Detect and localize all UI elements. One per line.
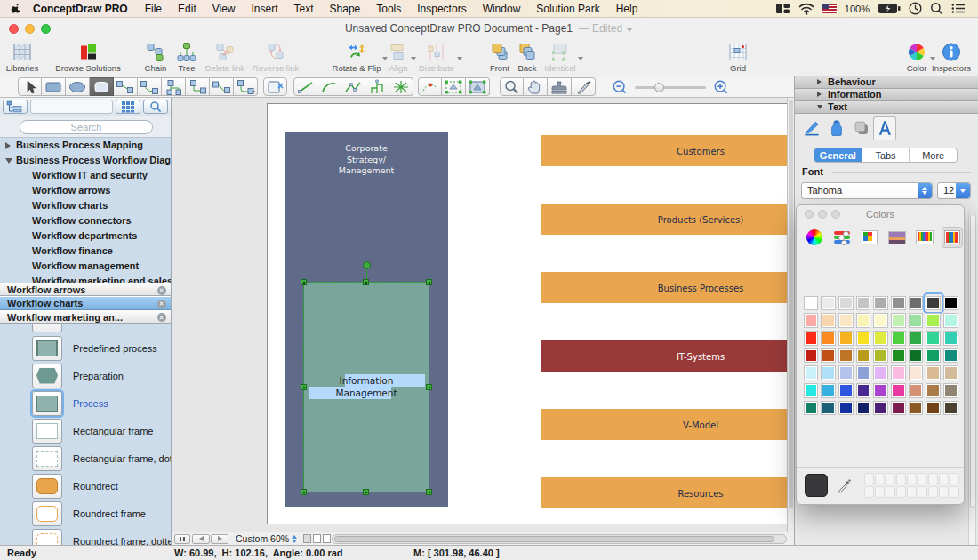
tree-item[interactable]: Workflow arrows [0, 183, 171, 198]
tree-view-button[interactable] [3, 100, 28, 114]
color-swatch[interactable] [837, 329, 854, 347]
color-swatch[interactable] [802, 364, 820, 382]
menu-item-inspectors[interactable]: Inspectors [409, 0, 474, 18]
information-management-shape[interactable]: Information Management [303, 282, 429, 492]
custom-color-slot[interactable] [864, 473, 874, 484]
color-swatch[interactable] [872, 381, 890, 399]
color-swatch[interactable] [854, 347, 872, 364]
flow-bar[interactable]: Customers [541, 135, 794, 166]
color-swatch[interactable] [820, 312, 838, 330]
eyedropper-icon[interactable] [837, 477, 853, 493]
select-group-tool[interactable] [442, 77, 466, 96]
menu-item-solution-park[interactable]: Solution Park [528, 0, 607, 18]
disclosure-icon[interactable] [5, 142, 11, 149]
color-swatch[interactable] [907, 347, 925, 364]
color-swatch[interactable] [802, 329, 820, 347]
previous-page-button[interactable] [192, 534, 210, 544]
color-palette-icon[interactable] [859, 227, 880, 248]
flow-bar[interactable]: Resources [541, 477, 794, 508]
color-swatch[interactable] [854, 364, 872, 382]
zoom-out-button[interactable] [612, 79, 628, 95]
chevron-down-icon[interactable] [956, 183, 970, 198]
battery-icon[interactable] [878, 3, 901, 14]
page-view-button[interactable] [303, 534, 311, 543]
custom-color-slot[interactable] [875, 473, 885, 484]
color-swatch[interactable] [889, 347, 907, 364]
custom-color-slot[interactable] [886, 486, 895, 498]
color-swatch[interactable] [837, 347, 854, 364]
color-swatch[interactable] [907, 312, 925, 330]
color-swatch[interactable] [907, 294, 925, 312]
tree-item[interactable]: Workflow departments [0, 228, 171, 244]
minimize-window-button[interactable] [818, 210, 827, 219]
close-icon[interactable] [157, 313, 166, 322]
apple-menu-icon[interactable] [11, 3, 22, 14]
color-swatch[interactable] [872, 294, 890, 312]
tree-item[interactable]: Business Process Workflow Diagrams [0, 153, 171, 168]
selection-handle-w[interactable] [301, 384, 307, 390]
color-swatch[interactable] [925, 364, 942, 382]
flow-bar[interactable]: Products (Services) [541, 204, 794, 235]
wifi-icon[interactable] [798, 3, 814, 15]
library-tab[interactable]: Workflow charts [0, 296, 171, 309]
custom-color-slot[interactable] [907, 486, 917, 498]
zoom-window-button[interactable] [831, 210, 840, 219]
edit-group-tool[interactable] [466, 77, 490, 96]
tree-item[interactable]: Workflow IT and security [0, 168, 171, 183]
custom-color-slot[interactable] [896, 473, 906, 484]
shape-text-line1[interactable]: Information [304, 375, 429, 386]
next-page-button[interactable] [211, 534, 228, 544]
color-image-icon[interactable] [886, 227, 908, 248]
text-a-icon[interactable] [873, 116, 896, 140]
zoom-tool[interactable] [500, 77, 524, 96]
color-swatch[interactable] [907, 381, 925, 399]
custom-color-slot[interactable] [939, 486, 949, 498]
custom-color-slot[interactable] [939, 473, 949, 484]
color-swatch[interactable] [925, 329, 942, 347]
custom-color-slot[interactable] [864, 486, 874, 498]
scrollbar-thumb[interactable] [334, 536, 774, 542]
color-swatch[interactable] [872, 329, 890, 347]
color-swatch[interactable] [854, 399, 872, 417]
search-input[interactable] [20, 120, 153, 134]
polyline-tool[interactable] [341, 77, 365, 96]
color-swatch[interactable] [942, 399, 960, 417]
color-swatch[interactable] [872, 312, 890, 330]
color-swatch[interactable] [889, 329, 907, 347]
pan-tool[interactable] [524, 77, 548, 96]
color-swatch[interactable] [889, 381, 907, 399]
reshape-tool[interactable] [418, 77, 442, 96]
tree-item[interactable]: Business Process Mapping [0, 138, 171, 153]
stamp-tool[interactable] [548, 77, 572, 96]
tree-item[interactable]: Workflow charts [0, 198, 171, 213]
front-button[interactable]: Front [485, 41, 514, 75]
list-item[interactable]: Preparation [0, 362, 171, 389]
menu-item-view[interactable]: View [204, 0, 244, 18]
selection-handle-ne[interactable] [426, 279, 432, 285]
color-swatch[interactable] [820, 329, 838, 347]
color-swatch[interactable] [820, 294, 838, 312]
ellipse-tool[interactable] [66, 77, 90, 96]
color-swatch[interactable] [837, 312, 854, 330]
color-swatch[interactable] [925, 312, 942, 330]
scrollbar-thumb[interactable] [789, 100, 793, 508]
inspectors-button[interactable]: Inspectors [928, 41, 974, 75]
color-swatch[interactable] [942, 329, 960, 347]
arc-tool[interactable] [317, 77, 341, 96]
shadow-icon[interactable] [850, 116, 873, 140]
line-tool[interactable] [293, 77, 317, 96]
page-view-button[interactable] [313, 534, 321, 543]
selection-handle-nw[interactable] [301, 279, 307, 285]
section-text[interactable]: Text [795, 101, 978, 114]
document-page[interactable]: Corporate Strategy/ Management Customers… [267, 103, 794, 524]
tree-button[interactable]: Tree [172, 41, 201, 75]
color-swatch[interactable] [802, 399, 820, 417]
color-swatch[interactable] [837, 381, 854, 399]
tree-line-tool[interactable] [365, 77, 389, 96]
smart-connector-tool[interactable] [138, 77, 162, 96]
page-view-button[interactable] [323, 534, 331, 543]
color-swatch[interactable] [889, 294, 907, 312]
zoom-slider[interactable] [635, 86, 706, 89]
color-pencils-icon[interactable] [914, 227, 935, 248]
format-painter-tool[interactable] [572, 77, 596, 96]
